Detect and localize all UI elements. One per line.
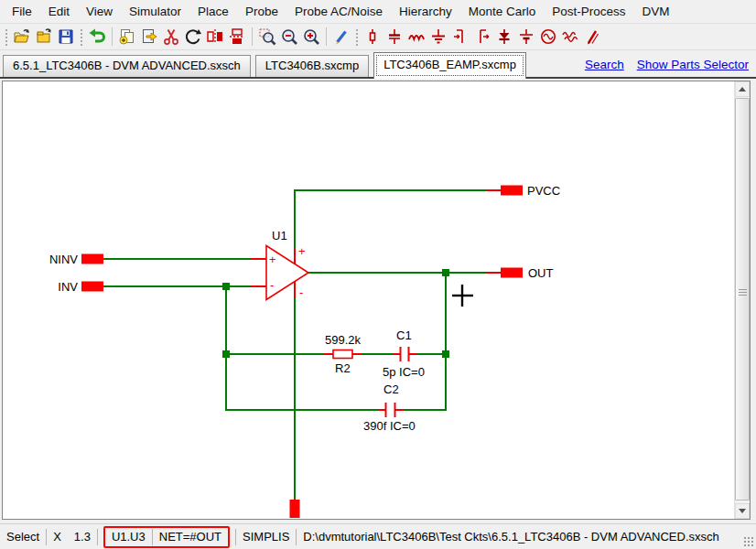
opamp-ref[interactable]: U1	[272, 229, 287, 242]
status-bar: Select X 1.3 U1.U3 NET=#OUT SIMPLIS D:\d…	[0, 523, 756, 549]
capacitor-c2-symbol[interactable]	[386, 403, 395, 417]
crosshair-cursor	[452, 285, 473, 307]
status-divider	[97, 529, 98, 545]
wires[interactable]	[103, 189, 486, 501]
scroll-down-button[interactable]	[735, 503, 750, 519]
vertical-scrollbar[interactable]	[734, 81, 750, 519]
resistor-r2-value[interactable]: 599.2k	[325, 333, 362, 347]
status-file-path: D:\dvmtutorial\LTC3406B\Test Ckts\6.5.1_…	[297, 530, 725, 544]
status-mode: Select	[0, 530, 46, 544]
status-axis: X	[47, 530, 68, 544]
capacitor-c1-ref[interactable]: C1	[396, 328, 412, 342]
terminal-inv[interactable]	[81, 282, 103, 292]
scrollbar-thumb-grip-icon	[739, 289, 747, 296]
capacitor-c1-symbol[interactable]	[401, 347, 409, 361]
capacitor-c1-value[interactable]: 5p IC=0	[383, 365, 425, 379]
status-selection-highlight: U1.U3 NET=#OUT	[103, 526, 230, 548]
opamp-minus-input-sign: -	[270, 278, 274, 292]
status-selection-net: NET=#OUT	[153, 530, 228, 544]
opamp-minus-rail-sign: -	[299, 285, 303, 299]
terminal-power-bottom[interactable]	[290, 500, 300, 518]
opamp-plus-rail-sign: +	[298, 244, 306, 258]
terminal-ninv[interactable]	[81, 254, 103, 264]
status-selection-ref: U1.U3	[105, 530, 152, 544]
label-ninv[interactable]: NINV	[49, 253, 78, 266]
scrollbar-thumb[interactable]	[735, 98, 750, 501]
label-pvcc[interactable]: PVCC	[527, 184, 560, 198]
window-resize-grip[interactable]	[743, 536, 755, 548]
resistor-r2-symbol[interactable]	[333, 350, 352, 359]
tab-ltc3406b-eamp-sxcmp[interactable]: LTC3406B_EAMP.sxcmp	[373, 52, 526, 79]
status-simulator: SIMPLIS	[236, 530, 296, 544]
resistor-r2-ref[interactable]: R2	[335, 361, 351, 375]
scroll-up-arrow-icon	[739, 87, 746, 92]
opamp-plus-input-sign: +	[269, 253, 276, 266]
capacitor-c2-value[interactable]: 390f IC=0	[363, 419, 416, 433]
label-out[interactable]: OUT	[528, 266, 554, 280]
label-inv[interactable]: INV	[58, 280, 78, 294]
status-zoom-level: 1.3	[68, 530, 97, 544]
scroll-up-button[interactable]	[735, 81, 750, 97]
terminal-out[interactable]	[501, 268, 523, 278]
scroll-down-arrow-icon	[739, 509, 746, 513]
terminal-pvcc[interactable]	[501, 186, 523, 196]
capacitor-c2-ref[interactable]: C2	[383, 382, 399, 396]
schematic-drawing: U1 + - + - 599.2k R2 C1 5p IC=0 C2 390f …	[0, 0, 756, 549]
